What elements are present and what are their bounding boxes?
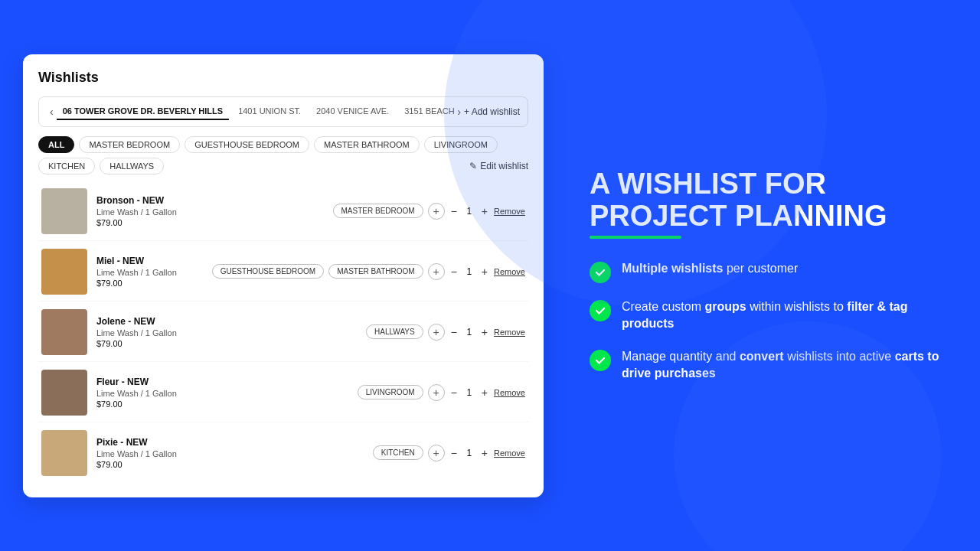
add-tag-button-fleur[interactable]: +: [428, 384, 445, 401]
qty-plus-fleur[interactable]: +: [480, 386, 489, 399]
product-thumbnail-bronson: [41, 188, 87, 234]
qty-minus-fleur[interactable]: −: [449, 386, 459, 399]
add-tag-button-miel[interactable]: +: [428, 263, 445, 280]
qty-minus-bronson[interactable]: −: [449, 205, 459, 217]
qty-minus-jolene[interactable]: −: [449, 326, 459, 338]
filter-master-bedroom[interactable]: MASTER BEDROOM: [79, 136, 180, 153]
remove-button-fleur[interactable]: Remove: [494, 388, 525, 397]
qty-value-jolene: 1: [463, 327, 475, 337]
address-tab-1[interactable]: 06 TOWER GROVE DR. BEVERLY HILLS: [57, 103, 229, 120]
product-actions-jolene: HALLWAYS + − 1 + Remove: [366, 324, 525, 341]
filter-kitchen[interactable]: KITCHEN: [38, 158, 95, 174]
qty-value-bronson: 1: [463, 206, 475, 217]
feature-item-1: Multiple wishlists per customer: [590, 260, 949, 283]
check-icon-3: [590, 350, 611, 371]
product-price-bronson: $79.00: [96, 218, 324, 227]
product-info-bronson: Bronson - NEW Lime Wash / 1 Gallon $79.0…: [96, 195, 324, 227]
product-price-miel: $79.00: [96, 279, 203, 288]
tab-prev-button[interactable]: ‹: [47, 106, 57, 118]
product-variant-fleur: Lime Wash / 1 Gallon: [96, 389, 348, 398]
product-actions-bronson: MASTER BEDROOM + − 1 + Remove: [333, 203, 525, 220]
qty-controls-pixie: − 1 +: [449, 447, 489, 459]
address-tabs-wrapper: ‹ 06 TOWER GROVE DR. BEVERLY HILLS 1401 …: [38, 96, 528, 127]
remove-button-pixie[interactable]: Remove: [494, 448, 525, 458]
product-variant-bronson: Lime Wash / 1 Gallon: [96, 207, 324, 217]
qty-controls-jolene: − 1 +: [449, 326, 489, 338]
add-tag-button-pixie[interactable]: +: [428, 445, 445, 461]
feature-item-3: Manage quantity and convert wishlists in…: [590, 348, 949, 383]
qty-plus-pixie[interactable]: +: [480, 447, 489, 459]
product-name-pixie: Pixie - NEW: [96, 437, 364, 448]
table-row: Miel - NEW Lime Wash / 1 Gallon $79.00 G…: [38, 243, 528, 302]
remove-button-jolene[interactable]: Remove: [494, 328, 525, 337]
title-underline: [590, 236, 681, 239]
product-info-fleur: Fleur - NEW Lime Wash / 1 Gallon $79.00: [96, 377, 348, 409]
filter-hallways[interactable]: HALLWAYS: [100, 158, 164, 174]
promo-title-line1: A WISHLIST FOR: [590, 168, 949, 201]
feature-list: Multiple wishlists per customer Create c…: [590, 260, 949, 383]
qty-minus-miel[interactable]: −: [449, 266, 459, 278]
product-thumbnail-fleur: [41, 370, 87, 416]
product-actions-fleur: LIVINGROOM + − 1 + Remove: [358, 384, 525, 401]
address-tab-4[interactable]: 3151 BEACHWOOD DR.: [398, 103, 454, 120]
room-tag-fleur-1: LIVINGROOM: [358, 385, 423, 399]
remove-button-bronson[interactable]: Remove: [494, 207, 525, 216]
qty-value-miel: 1: [463, 266, 475, 277]
edit-wishlist-button[interactable]: ✎ Edit wishlist: [469, 161, 528, 171]
product-list: Bronson - NEW Lime Wash / 1 Gallon $79.0…: [38, 182, 528, 482]
promo-title-line2: PROJECT PLANNING: [590, 201, 949, 239]
product-variant-miel: Lime Wash / 1 Gallon: [96, 268, 203, 277]
feature-text-2: Create custom groups within wishlists to…: [622, 298, 949, 333]
remove-button-miel[interactable]: Remove: [494, 267, 525, 276]
product-thumbnail-jolene: [41, 309, 87, 355]
feature-text-1: Multiple wishlists per customer: [622, 260, 798, 277]
product-actions-pixie: KITCHEN + − 1 + Remove: [373, 445, 525, 461]
edit-icon: ✎: [469, 161, 477, 171]
address-tab-3[interactable]: 2040 VENICE AVE.: [310, 103, 395, 120]
product-info-pixie: Pixie - NEW Lime Wash / 1 Gallon $79.00: [96, 437, 364, 469]
room-tag-bronson-1: MASTER BEDROOM: [333, 204, 423, 218]
product-actions-miel: GUESTHOUSE BEDROOM MASTER BATHROOM + − 1…: [212, 263, 525, 280]
edit-wishlist-label: Edit wishlist: [480, 161, 528, 171]
product-variant-jolene: Lime Wash / 1 Gallon: [96, 328, 357, 337]
room-filters: ALL MASTER BEDROOM GUESTHOUSE BEDROOM MA…: [38, 136, 528, 174]
room-tag-miel-1: GUESTHOUSE BEDROOM: [212, 264, 324, 279]
qty-controls-miel: − 1 +: [449, 266, 489, 278]
filter-master-bathroom[interactable]: MASTER BATHROOM: [314, 136, 420, 153]
add-wishlist-button[interactable]: + Add wishlist: [464, 106, 520, 117]
promo-title: A WISHLIST FOR PROJECT PLANNING: [590, 168, 949, 239]
product-variant-pixie: Lime Wash / 1 Gallon: [96, 449, 364, 458]
feature-text-3: Manage quantity and convert wishlists in…: [622, 348, 949, 383]
tab-next-button[interactable]: ›: [454, 106, 464, 118]
qty-plus-bronson[interactable]: +: [480, 205, 489, 217]
filter-all[interactable]: ALL: [38, 136, 74, 153]
table-row: Pixie - NEW Lime Wash / 1 Gallon $79.00 …: [38, 424, 528, 482]
qty-controls-fleur: − 1 +: [449, 386, 489, 399]
qty-controls-bronson: − 1 +: [449, 205, 489, 217]
product-name-bronson: Bronson - NEW: [96, 195, 324, 206]
filter-guesthouse-bedroom[interactable]: GUESTHOUSE BEDROOM: [185, 136, 309, 153]
room-tag-miel-2: MASTER BATHROOM: [328, 264, 423, 279]
add-tag-button-jolene[interactable]: +: [428, 324, 445, 341]
product-info-jolene: Jolene - NEW Lime Wash / 1 Gallon $79.00: [96, 316, 357, 348]
qty-plus-miel[interactable]: +: [480, 266, 489, 278]
product-thumbnail-pixie: [41, 430, 87, 476]
feature-item-2: Create custom groups within wishlists to…: [590, 298, 949, 333]
product-thumbnail-miel: [41, 249, 87, 295]
address-tabs: 06 TOWER GROVE DR. BEVERLY HILLS 1401 UN…: [57, 103, 455, 120]
filter-livingroom[interactable]: LIVINGROOM: [424, 136, 498, 153]
product-name-jolene: Jolene - NEW: [96, 316, 357, 327]
right-panel: A WISHLIST FOR PROJECT PLANNING Multiple…: [567, 138, 980, 412]
address-tab-2[interactable]: 1401 UNION ST.: [232, 103, 307, 120]
product-info-miel: Miel - NEW Lime Wash / 1 Gallon $79.00: [96, 256, 203, 288]
product-price-pixie: $79.00: [96, 460, 364, 469]
add-tag-button-bronson[interactable]: +: [428, 203, 445, 220]
qty-minus-pixie[interactable]: −: [449, 447, 459, 459]
product-name-fleur: Fleur - NEW: [96, 377, 348, 387]
product-name-miel: Miel - NEW: [96, 256, 203, 266]
table-row: Fleur - NEW Lime Wash / 1 Gallon $79.00 …: [38, 364, 528, 422]
product-price-jolene: $79.00: [96, 339, 357, 348]
check-icon-2: [590, 300, 611, 321]
qty-plus-jolene[interactable]: +: [480, 326, 489, 338]
table-row: Bronson - NEW Lime Wash / 1 Gallon $79.0…: [38, 182, 528, 241]
